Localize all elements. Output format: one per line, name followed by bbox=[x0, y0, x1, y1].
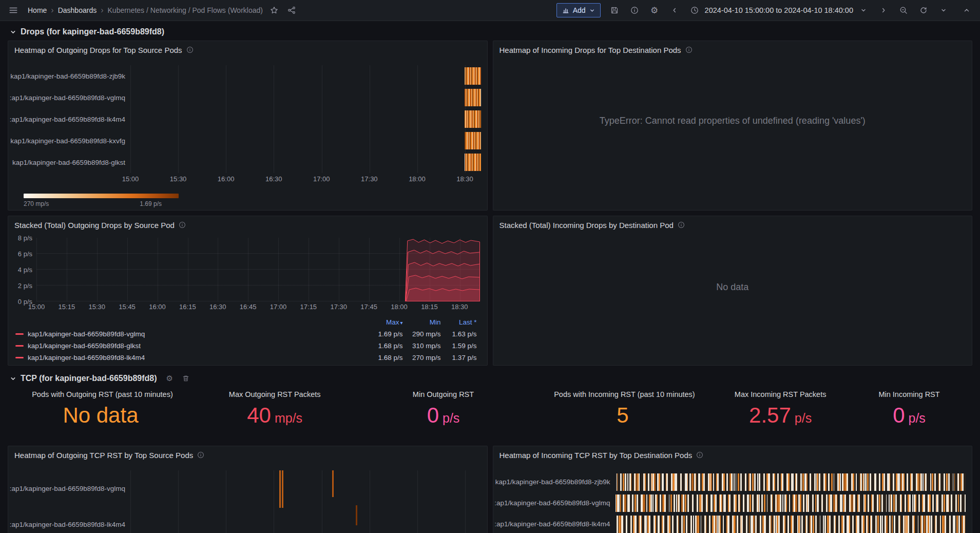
legend-sort-max[interactable]: Max▾ bbox=[356, 318, 403, 326]
panel-title[interactable]: Stacked (Total) Incoming Drops by Destin… bbox=[499, 221, 674, 230]
row-delete-button[interactable] bbox=[182, 375, 189, 382]
series-max: 1.69 p/s bbox=[356, 330, 403, 338]
stat-min-outgoing-rst[interactable]: Min Outgoing RST 0 p/s bbox=[352, 385, 534, 443]
stat-unit: p/s bbox=[443, 411, 459, 426]
heatmap-cells bbox=[616, 473, 966, 491]
y-axis-label: :ap1/kapinger-bad-6659b89fd8-lk4m4 bbox=[8, 521, 130, 528]
heatmap-plot[interactable]: kap1/kapinger-bad-6659b89fd8-zjb9k :ap1/… bbox=[8, 59, 487, 173]
series-name: kap1/kapinger-bad-6659b89fd8-vglmq bbox=[28, 330, 145, 338]
panel-info-icon[interactable] bbox=[186, 46, 194, 53]
stat-max-outgoing-rst[interactable]: Max Outgoing RST Packets 40 mp/s bbox=[197, 385, 353, 443]
stat-title: Min Outgoing RST bbox=[413, 390, 474, 398]
x-axis-tick: 15:30 bbox=[89, 303, 106, 311]
series-max: 1.68 p/s bbox=[356, 354, 403, 361]
chevron-down-icon bbox=[940, 7, 947, 13]
x-axis-tick: 16:00 bbox=[218, 175, 235, 183]
tcp-stats-row: Pods with Outgoing RST (past 10 minutes)… bbox=[8, 385, 972, 443]
y-axis-tick: 6 p/s bbox=[9, 250, 32, 258]
x-axis-tick: 17:00 bbox=[313, 175, 330, 183]
stat-title: Max Incoming RST Packets bbox=[735, 390, 827, 398]
heatmap-cells bbox=[465, 89, 481, 106]
breadcrumb-dashboards[interactable]: Dashboards bbox=[58, 6, 97, 14]
x-axis-tick: 16:15 bbox=[179, 303, 196, 311]
panel-title[interactable]: Stacked (Total) Outgoing Drops by Source… bbox=[14, 221, 175, 230]
heatmap-cells bbox=[465, 154, 481, 171]
breadcrumb-home[interactable]: Home bbox=[28, 6, 47, 14]
x-axis-tick: 15:30 bbox=[170, 175, 187, 183]
gear-icon: ⚙ bbox=[650, 6, 658, 15]
heatmap-cells bbox=[616, 494, 966, 512]
heatmap-row-plot bbox=[130, 151, 481, 173]
save-icon bbox=[610, 6, 619, 14]
row-header-tcp[interactable]: TCP (for kapinger-bad-6659b89fd8) ⚙ bbox=[10, 374, 972, 383]
heatmap-plot[interactable]: kap1/kapinger-bad-6659b89fd8-zjb9k :ap1/… bbox=[493, 464, 972, 533]
panel-info-icon[interactable] bbox=[197, 451, 204, 459]
heatmap-row-plot bbox=[130, 130, 481, 151]
add-button-label: Add bbox=[573, 6, 586, 14]
share-button[interactable] bbox=[285, 3, 298, 17]
panel-row-tcp-heatmaps: Heatmap of Outgoing TCP RST by Top Sourc… bbox=[8, 446, 972, 533]
row-settings-button[interactable]: ⚙ bbox=[166, 374, 173, 383]
x-axis-tick: 16:45 bbox=[240, 303, 257, 311]
menu-toggle-button[interactable] bbox=[7, 3, 20, 17]
legend-row[interactable]: kap1/kapinger-bad-6659b89fd8-lk4m4 1.68 … bbox=[15, 352, 477, 364]
add-button[interactable]: Add bbox=[556, 3, 601, 17]
stat-pods-incoming-rst[interactable]: Pods with Incoming RST (past 10 minutes)… bbox=[534, 385, 715, 443]
x-axis-tick: 18:30 bbox=[451, 303, 468, 311]
heatmap-row: :ap1/kapinger-bad-6659b89fd8-vglmq bbox=[493, 492, 972, 513]
stat-pods-outgoing-rst[interactable]: Pods with Outgoing RST (past 10 minutes)… bbox=[8, 385, 197, 443]
gear-icon: ⚙ bbox=[166, 374, 173, 383]
panel-info-icon[interactable] bbox=[678, 221, 685, 229]
panel-info-icon[interactable] bbox=[685, 46, 693, 53]
chevron-right-icon bbox=[880, 7, 887, 14]
timeseries-plot[interactable]: 8 p/s 6 p/s 4 p/s 2 p/s 0 p/s bbox=[36, 238, 480, 301]
x-axis-tick: 15:15 bbox=[59, 303, 75, 311]
y-axis-tick: 4 p/s bbox=[9, 266, 32, 274]
add-panel-icon bbox=[562, 7, 569, 14]
stat-unit: p/s bbox=[795, 411, 812, 426]
stat-value: 40 bbox=[247, 405, 271, 426]
panel-info-icon[interactable] bbox=[179, 221, 186, 229]
series-color-swatch bbox=[15, 333, 24, 335]
panel-title[interactable]: Heatmap of Outgoing TCP RST by Top Sourc… bbox=[14, 451, 193, 460]
panel-info-icon[interactable] bbox=[696, 451, 703, 459]
heatmap-cells bbox=[282, 470, 283, 508]
dashboard-insights-button[interactable] bbox=[628, 3, 641, 17]
heatmap-row-plot bbox=[130, 506, 481, 533]
x-axis-tick: 17:15 bbox=[300, 303, 317, 311]
panel-stacked-incoming-drops: Stacked (Total) Incoming Drops by Destin… bbox=[493, 216, 973, 366]
legend-row[interactable]: kap1/kapinger-bad-6659b89fd8-glkst 1.68 … bbox=[15, 340, 477, 352]
panel-header: Stacked (Total) Outgoing Drops by Source… bbox=[8, 216, 487, 234]
panel-header: Heatmap of Incoming TCP RST by Top Desti… bbox=[493, 446, 972, 464]
save-dashboard-button[interactable] bbox=[608, 3, 621, 17]
refresh-interval-dropdown[interactable] bbox=[937, 3, 950, 17]
time-shift-back-button[interactable] bbox=[668, 3, 681, 17]
collapse-topbar-button[interactable] bbox=[960, 3, 973, 17]
clock-icon bbox=[688, 3, 701, 17]
heatmap-cells bbox=[356, 505, 357, 525]
stat-max-incoming-rst[interactable]: Max Incoming RST Packets 2.57 p/s bbox=[715, 385, 846, 443]
heatmap-plot[interactable]: :ap1/kapinger-bad-6659b89fd8-vglmq :ap1/… bbox=[8, 464, 487, 533]
row-header-drops[interactable]: Drops (for kapinger-bad-6659b89fd8) bbox=[10, 27, 972, 36]
legend-sort-last[interactable]: Last * bbox=[441, 318, 477, 326]
time-range-picker[interactable]: 2024-04-10 15:00:00 to 2024-04-10 18:40:… bbox=[688, 3, 870, 17]
legend-sort-min[interactable]: Min bbox=[403, 318, 441, 326]
x-axis-tick: 17:45 bbox=[360, 303, 377, 311]
panel-title[interactable]: Heatmap of Outgoing Drops for Top Source… bbox=[14, 46, 182, 54]
refresh-button[interactable] bbox=[917, 3, 930, 17]
stat-min-incoming-rst[interactable]: Min Incoming RST 0 p/s bbox=[846, 385, 972, 443]
heatmap-cells bbox=[332, 470, 334, 497]
panel-title[interactable]: Heatmap of Incoming TCP RST by Top Desti… bbox=[499, 451, 693, 460]
heatmap-row: kap1/kapinger-bad-6659b89fd8-zjb9k bbox=[493, 471, 972, 492]
dashboard-settings-button[interactable]: ⚙ bbox=[648, 3, 661, 17]
y-axis-tick: 8 p/s bbox=[9, 234, 32, 242]
panel-header: Stacked (Total) Incoming Drops by Destin… bbox=[493, 216, 972, 234]
time-shift-forward-button[interactable] bbox=[877, 3, 890, 17]
legend-row[interactable]: kap1/kapinger-bad-6659b89fd8-vglmq 1.69 … bbox=[15, 328, 477, 340]
favorite-star-button[interactable] bbox=[268, 3, 280, 17]
panel-title[interactable]: Heatmap of Incoming Drops for Top Destin… bbox=[499, 46, 681, 54]
row-title: Drops (for kapinger-bad-6659b89fd8) bbox=[21, 27, 164, 36]
zoom-out-time-button[interactable] bbox=[897, 3, 910, 17]
heatmap-row: :ap1/kapinger-bad-6659b89fd8-lk4m4 bbox=[493, 513, 972, 533]
heatmap-row: :ap1/kapinger-bad-6659b89fd8-vglmq bbox=[8, 470, 487, 506]
